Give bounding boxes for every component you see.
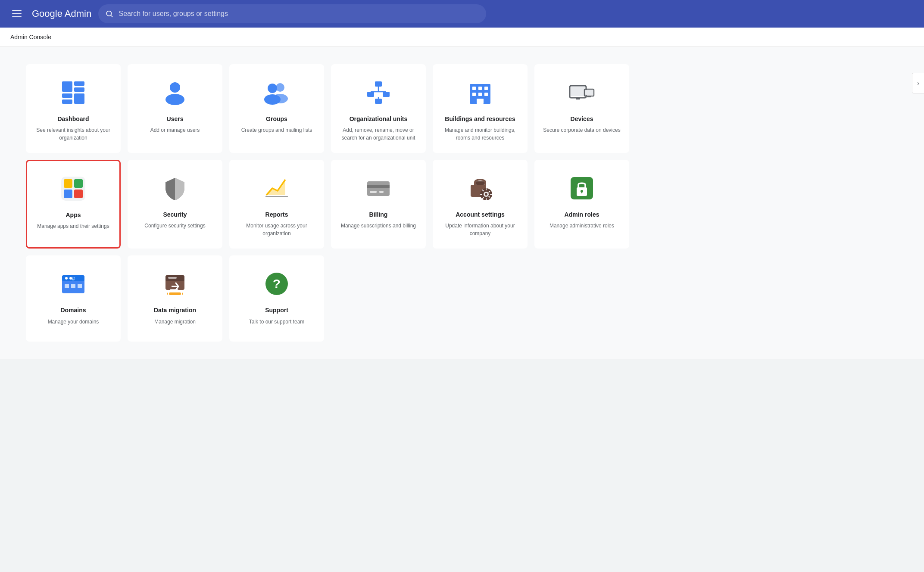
svg-point-8	[170, 82, 180, 93]
svg-rect-3	[74, 81, 84, 86]
domains-title: Domains	[60, 306, 86, 314]
svg-point-13	[264, 94, 281, 105]
cards-grid: Dashboard See relevant insights about yo…	[26, 64, 629, 342]
svg-text:?: ?	[273, 277, 281, 291]
svg-rect-33	[585, 90, 593, 95]
svg-rect-37	[74, 179, 83, 188]
security-icon	[159, 173, 190, 204]
reports-desc: Monitor usage across your organization	[237, 222, 316, 237]
svg-rect-2	[62, 81, 72, 92]
svg-point-65	[65, 277, 68, 280]
dashboard-title: Dashboard	[57, 115, 89, 123]
svg-marker-76	[182, 292, 183, 295]
org-units-icon	[363, 77, 394, 108]
data-migration-title: Data migration	[154, 306, 196, 314]
dashboard-icon	[58, 77, 89, 108]
users-title: Users	[167, 115, 184, 123]
svg-rect-40	[265, 196, 288, 197]
svg-rect-47	[476, 181, 484, 185]
buildings-icon	[465, 77, 496, 108]
svg-rect-36	[64, 179, 72, 188]
svg-rect-16	[383, 92, 390, 97]
apps-icon	[58, 173, 89, 204]
svg-rect-39	[74, 190, 83, 198]
users-desc: Add or manage users	[150, 126, 200, 134]
card-domains[interactable]: @ Domains Manage your domains	[26, 255, 121, 342]
reports-icon	[261, 173, 292, 204]
card-data-migration[interactable]: Data migration Manage migration	[128, 255, 222, 342]
sidebar-toggle[interactable]: ›	[912, 73, 924, 93]
buildings-desc: Manage and monitor buildings, rooms and …	[440, 126, 520, 142]
svg-rect-42	[367, 181, 390, 196]
svg-rect-69	[78, 284, 82, 288]
card-reports[interactable]: Reports Monitor usage across your organi…	[229, 160, 324, 249]
card-billing[interactable]: Billing Manage subscriptions and billing	[331, 160, 426, 249]
menu-icon[interactable]	[9, 7, 25, 21]
security-title: Security	[163, 211, 187, 218]
users-icon	[159, 77, 190, 108]
card-dashboard[interactable]: Dashboard See relevant insights about yo…	[26, 64, 121, 153]
devices-title: Devices	[571, 115, 593, 123]
data-migration-icon	[159, 268, 190, 299]
card-account-settings[interactable]: Account settings Update information abou…	[433, 160, 528, 249]
apps-desc: Manage apps and their settings	[37, 222, 109, 230]
header: Google Admin	[0, 0, 924, 28]
svg-marker-41	[266, 180, 285, 195]
billing-title: Billing	[369, 211, 388, 218]
cards-grid-area: Dashboard See relevant insights about yo…	[0, 47, 924, 359]
dashboard-desc: See relevant insights about your organiz…	[34, 126, 113, 142]
svg-rect-5	[62, 93, 72, 98]
svg-rect-7	[74, 93, 84, 104]
search-bar[interactable]	[98, 4, 486, 23]
admin-roles-icon	[566, 173, 597, 204]
card-devices[interactable]: Devices Secure corporate data on devices	[534, 64, 629, 153]
svg-rect-19	[375, 99, 382, 104]
svg-rect-30	[571, 87, 585, 96]
admin-roles-desc: Manage administrative roles	[549, 222, 614, 230]
svg-rect-4	[74, 87, 84, 92]
card-groups[interactable]: Groups Create groups and mailing lists	[229, 64, 324, 153]
svg-rect-38	[64, 190, 72, 198]
svg-rect-22	[472, 87, 476, 90]
card-users[interactable]: Users Add or manage users	[128, 64, 222, 153]
app-logo: Google Admin	[32, 8, 91, 19]
svg-rect-34	[587, 96, 591, 97]
reports-title: Reports	[265, 211, 288, 218]
svg-rect-73	[168, 277, 177, 279]
svg-point-9	[165, 94, 184, 105]
groups-title: Groups	[266, 115, 287, 123]
account-settings-desc: Update information about your company	[440, 222, 520, 237]
card-admin-roles[interactable]: Admin roles Manage administrative roles	[534, 160, 629, 249]
main-content: › Dashboard See relevant insights about …	[0, 47, 924, 359]
svg-rect-14	[375, 81, 382, 87]
card-buildings[interactable]: Buildings and resources Manage and monit…	[433, 64, 528, 153]
support-icon: ?	[261, 268, 292, 299]
groups-desc: Create groups and mailing lists	[241, 126, 312, 134]
domains-icon: @	[58, 268, 89, 299]
svg-rect-31	[576, 98, 580, 99]
security-desc: Configure security settings	[144, 222, 205, 230]
svg-rect-15	[367, 92, 374, 97]
svg-rect-28	[477, 99, 484, 104]
card-support[interactable]: ? Support Talk to our support team	[229, 255, 324, 342]
svg-line-1	[111, 16, 112, 17]
svg-rect-23	[478, 87, 482, 90]
search-input[interactable]	[119, 10, 479, 18]
svg-marker-75	[167, 292, 168, 295]
svg-rect-25	[472, 93, 476, 96]
support-title: Support	[265, 306, 288, 314]
svg-point-12	[268, 84, 277, 93]
billing-desc: Manage subscriptions and billing	[341, 222, 416, 230]
admin-roles-title: Admin roles	[565, 211, 599, 218]
data-migration-desc: Manage migration	[154, 318, 196, 326]
card-org-units[interactable]: Organizational units Add, remove, rename…	[331, 64, 426, 153]
svg-point-10	[276, 83, 284, 92]
account-settings-title: Account settings	[456, 211, 505, 218]
devices-icon	[566, 77, 597, 108]
devices-desc: Secure corporate data on devices	[543, 126, 620, 134]
buildings-title: Buildings and resources	[445, 115, 515, 123]
card-security[interactable]: Security Configure security settings	[128, 160, 222, 249]
svg-rect-51	[486, 188, 487, 190]
card-apps[interactable]: Apps Manage apps and their settings	[26, 160, 121, 249]
svg-rect-27	[484, 93, 488, 96]
